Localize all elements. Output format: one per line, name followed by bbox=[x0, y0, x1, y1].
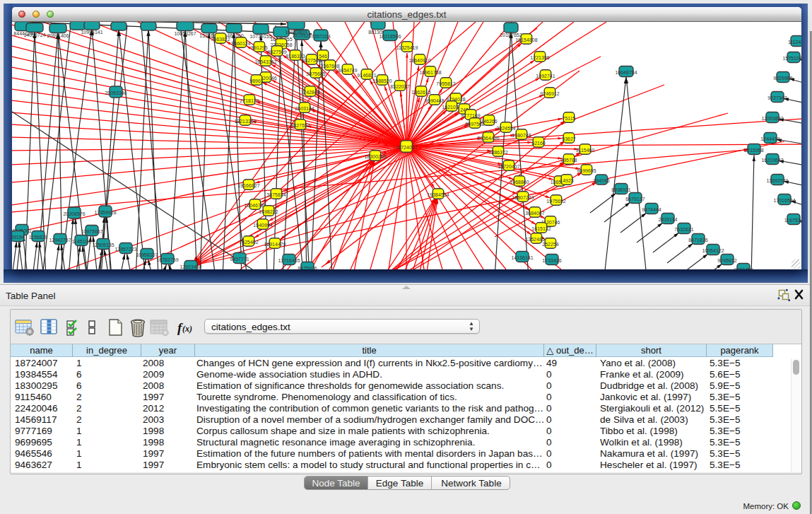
svg-text:1498222: 1498222 bbox=[259, 209, 278, 214]
svg-text:9146821: 9146821 bbox=[357, 73, 376, 78]
svg-text:1080748: 1080748 bbox=[512, 133, 531, 138]
svg-text:7625402: 7625402 bbox=[239, 240, 258, 245]
svg-text:1615132: 1615132 bbox=[531, 226, 551, 231]
svg-text:8322037: 8322037 bbox=[390, 84, 409, 89]
svg-text:10719155: 10719155 bbox=[249, 34, 271, 39]
svg-text:14136141: 14136141 bbox=[511, 255, 533, 260]
svg-text:20053346: 20053346 bbox=[105, 90, 126, 95]
svg-text:8475926: 8475926 bbox=[298, 266, 317, 270]
svg-text:98961: 98961 bbox=[249, 78, 264, 83]
svg-text:10054122: 10054122 bbox=[702, 248, 724, 253]
svg-text:1540994: 1540994 bbox=[253, 223, 272, 228]
svg-text:53627: 53627 bbox=[562, 136, 576, 141]
svg-text:1068860: 1068860 bbox=[510, 180, 529, 185]
svg-text:9457771: 9457771 bbox=[230, 257, 249, 262]
svg-text:9892450: 9892450 bbox=[734, 267, 753, 270]
svg-text:12505135: 12505135 bbox=[92, 243, 114, 247]
svg-text:3684067: 3684067 bbox=[525, 211, 544, 216]
svg-text:7632621: 7632621 bbox=[674, 227, 693, 232]
svg-text:9474444: 9474444 bbox=[642, 207, 661, 212]
svg-text:18300295: 18300295 bbox=[364, 154, 386, 159]
svg-text:9699695: 9699695 bbox=[577, 168, 596, 173]
svg-text:16648784: 16648784 bbox=[615, 70, 637, 75]
svg-text:18724007: 18724007 bbox=[395, 145, 417, 150]
svg-text:14923: 14923 bbox=[560, 178, 574, 183]
svg-text:1092741: 1092741 bbox=[536, 74, 555, 78]
svg-text:39154: 39154 bbox=[12, 235, 25, 240]
svg-text:11325419: 11325419 bbox=[396, 45, 418, 50]
svg-text:1244419: 1244419 bbox=[760, 136, 779, 141]
svg-text:(x): (x) bbox=[182, 324, 192, 334]
svg-text:1362615: 1362615 bbox=[411, 90, 430, 95]
svg-text:3215958: 3215958 bbox=[744, 148, 763, 153]
svg-text:15720407: 15720407 bbox=[498, 164, 519, 169]
svg-text:9777169: 9777169 bbox=[461, 113, 480, 118]
svg-text:6497568: 6497568 bbox=[465, 122, 484, 127]
svg-text:8454749: 8454749 bbox=[338, 68, 357, 73]
svg-text:16782759: 16782759 bbox=[156, 257, 178, 262]
svg-text:18807249: 18807249 bbox=[512, 195, 534, 200]
svg-text:19384554: 19384554 bbox=[427, 192, 449, 197]
svg-text:7886372: 7886372 bbox=[488, 150, 507, 155]
svg-text:3875685: 3875685 bbox=[306, 71, 325, 76]
svg-text:20691406: 20691406 bbox=[47, 33, 69, 38]
svg-text:10218506: 10218506 bbox=[379, 34, 401, 39]
svg-text:9327508: 9327508 bbox=[302, 58, 321, 63]
svg-text:12923468: 12923468 bbox=[180, 264, 201, 269]
svg-text:252254: 252254 bbox=[542, 242, 558, 247]
svg-text:9246912: 9246912 bbox=[540, 91, 559, 96]
svg-text:8471876: 8471876 bbox=[688, 238, 707, 243]
svg-text:14055724: 14055724 bbox=[23, 33, 45, 37]
svg-text:62160: 62160 bbox=[531, 141, 546, 146]
svg-text:12093832: 12093832 bbox=[761, 116, 783, 121]
svg-text:1145194: 1145194 bbox=[72, 239, 91, 244]
svg-text:16914479: 16914479 bbox=[264, 242, 286, 247]
svg-text:15751074: 15751074 bbox=[782, 56, 801, 61]
svg-text:10046786: 10046786 bbox=[244, 203, 266, 208]
svg-text:1975692: 1975692 bbox=[546, 199, 565, 204]
svg-text:8990448: 8990448 bbox=[425, 98, 444, 103]
svg-text:19166827: 19166827 bbox=[237, 183, 259, 188]
svg-text:2603144: 2603144 bbox=[295, 106, 314, 111]
svg-text:891295: 891295 bbox=[251, 45, 267, 50]
svg-text:20364436: 20364436 bbox=[477, 136, 499, 141]
svg-text:9827509: 9827509 bbox=[267, 49, 286, 54]
svg-text:9227342: 9227342 bbox=[767, 95, 787, 100]
svg-text:7955812: 7955812 bbox=[436, 81, 455, 86]
svg-text:16961758: 16961758 bbox=[419, 70, 441, 75]
svg-text:10994141: 10994141 bbox=[81, 30, 102, 35]
svg-text:1588520: 1588520 bbox=[372, 78, 392, 83]
svg-text:9329966: 9329966 bbox=[773, 76, 792, 81]
svg-text:2718170: 2718170 bbox=[240, 98, 259, 103]
svg-text:1156829: 1156829 bbox=[29, 235, 48, 240]
svg-text:164095: 164095 bbox=[593, 178, 609, 183]
svg-text:9245612: 9245612 bbox=[717, 258, 736, 263]
svg-text:7242848: 7242848 bbox=[300, 90, 319, 95]
svg-text:3824554: 3824554 bbox=[496, 126, 515, 131]
svg-text:16033809: 16033809 bbox=[285, 30, 307, 35]
svg-text:16210643: 16210643 bbox=[761, 158, 783, 163]
svg-text:10975657: 10975657 bbox=[81, 229, 102, 234]
svg-text:1112435: 1112435 bbox=[788, 40, 801, 45]
svg-text:9827552: 9827552 bbox=[290, 123, 310, 128]
svg-text:75115: 75115 bbox=[563, 116, 576, 121]
svg-text:13692971: 13692971 bbox=[766, 178, 788, 183]
svg-text:12213369: 12213369 bbox=[234, 119, 256, 124]
svg-text:7663822: 7663822 bbox=[211, 37, 230, 42]
svg-text:7357224: 7357224 bbox=[311, 34, 330, 39]
svg-text:1167534: 1167534 bbox=[784, 218, 801, 223]
svg-text:10958107: 10958107 bbox=[136, 252, 158, 257]
svg-text:16154808: 16154808 bbox=[515, 37, 537, 42]
svg-text:13716485: 13716485 bbox=[278, 258, 300, 263]
svg-text:8660124: 8660124 bbox=[231, 41, 250, 46]
svg-text:20206576: 20206576 bbox=[63, 211, 85, 216]
svg-text:12942757: 12942757 bbox=[49, 238, 71, 243]
svg-text:17957223: 17957223 bbox=[114, 247, 136, 252]
svg-text:1221396: 1221396 bbox=[530, 55, 549, 60]
svg-text:2933114: 2933114 bbox=[659, 217, 678, 222]
svg-text:17359928: 17359928 bbox=[94, 210, 116, 215]
svg-text:6679137: 6679137 bbox=[625, 197, 645, 201]
svg-text:8938921: 8938921 bbox=[611, 187, 630, 192]
svg-text:16543362: 16543362 bbox=[254, 59, 276, 64]
svg-text:17016504: 17016504 bbox=[773, 198, 795, 203]
